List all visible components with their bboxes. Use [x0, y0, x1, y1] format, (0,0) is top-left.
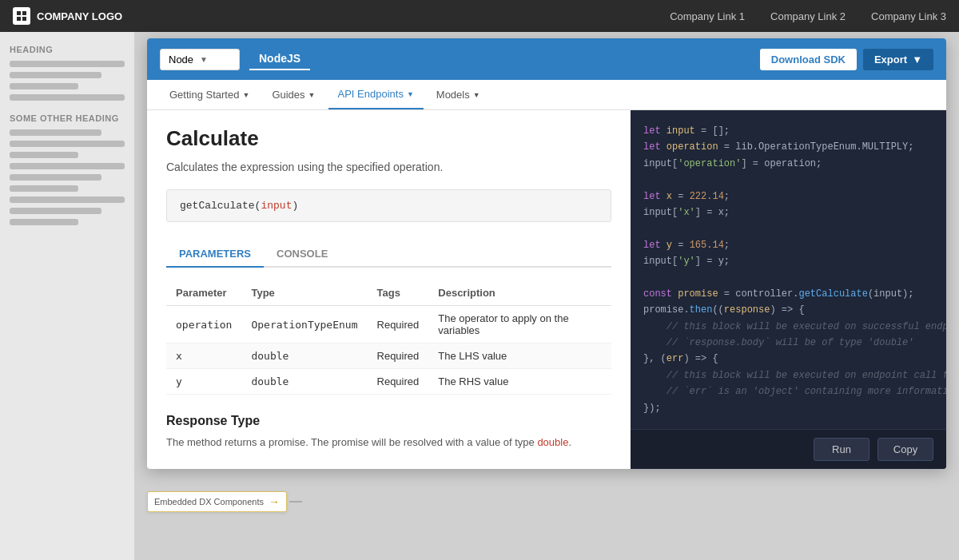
response-description: The method returns a promise. The promis… [166, 435, 611, 451]
sidebar-heading-1: HEADING [10, 45, 125, 54]
sidebar-line [10, 72, 101, 78]
page-title: Calculate [166, 126, 611, 151]
sidebar-line [10, 83, 78, 89]
arrow-icon: → [269, 495, 280, 508]
param-name-x: x [166, 344, 241, 369]
parameters-table: Parameter Type Tags Description operatio… [166, 280, 611, 395]
content-wrapper: Node ▼ NodeJS Download SDK Export ▼ Gett… [134, 32, 959, 560]
sidebar-line [10, 197, 125, 203]
response-section: Response Type The method returns a promi… [166, 414, 611, 451]
tab-console[interactable]: CONSOLE [264, 241, 340, 268]
nav-link-2[interactable]: Company Link 2 [770, 10, 846, 22]
param-tags-y: Required [368, 369, 429, 395]
sidebar-line [10, 152, 78, 158]
subnav-guides[interactable]: Guides ▼ [262, 80, 324, 109]
active-lang-tab[interactable]: NodeJS [249, 48, 310, 70]
param-desc-x: The LHS value [428, 344, 611, 369]
embedded-dx-label: Embedded DX Components → [147, 491, 287, 512]
code-line [643, 220, 933, 236]
sidebar-line [10, 185, 78, 192]
nav-link-3[interactable]: Company Link 3 [871, 10, 946, 22]
svg-rect-0 [17, 11, 21, 15]
doc-content: Calculate Calculates the expression usin… [147, 110, 631, 469]
company-logo-icon [13, 7, 30, 25]
svg-rect-2 [17, 17, 21, 21]
code-footer: Run Copy [631, 429, 946, 469]
download-sdk-button[interactable]: Download SDK [760, 49, 857, 70]
code-line [643, 270, 933, 286]
code-line: // this block will be executed on endpoi… [643, 367, 933, 383]
code-line: let operation = lib.OperationTypeEnum.MU… [643, 139, 933, 155]
param-type-x: double [241, 344, 367, 369]
copy-button[interactable]: Copy [877, 438, 933, 461]
code-line: // this block will be executed on succes… [643, 319, 933, 335]
embedded-dx-text: Embedded DX Components [154, 497, 264, 506]
nav-link-1[interactable]: Company Link 1 [670, 10, 745, 22]
tab-parameters[interactable]: PARAMETERS [166, 241, 264, 268]
selected-lang: Node [169, 54, 193, 66]
chevron-down-icon: ▼ [308, 91, 316, 99]
code-line: }); [643, 400, 933, 416]
language-selector[interactable]: Node ▼ [160, 49, 240, 70]
code-line: let input = []; [643, 123, 933, 139]
sidebar-line [10, 208, 101, 214]
header-actions: Download SDK Export ▼ [760, 49, 933, 70]
chevron-down-icon: ▼ [473, 91, 480, 99]
code-line: promise.then((response) => { [643, 302, 933, 318]
company-logo-text: COMPANY LOGO [37, 10, 122, 22]
parameter-tabs: PARAMETERS CONSOLE [166, 241, 611, 268]
sidebar-line [10, 219, 78, 225]
svg-rect-3 [22, 17, 26, 21]
param-tags-operation: Required [368, 306, 429, 344]
top-nav-links: Company Link 1 Company Link 2 Company Li… [670, 10, 946, 22]
chevron-down-icon: ▼ [912, 54, 922, 66]
param-type-y: double [241, 369, 367, 395]
sidebar-line [10, 61, 125, 67]
chevron-down-icon: ▼ [200, 55, 208, 64]
param-type-operation: OperationTypeEnum [241, 306, 367, 344]
code-line: input['operation'] = operation; [643, 156, 933, 172]
code-line: let y = 165.14; [643, 237, 933, 253]
table-row: y double Required The RHS value [166, 369, 611, 395]
code-line: // `err` is an 'object' containing more … [643, 383, 933, 399]
col-type: Type [241, 280, 367, 306]
chevron-down-icon: ▼ [242, 91, 249, 99]
code-line: const promise = controller.getCalculate(… [643, 286, 933, 302]
param-desc-y: The RHS value [428, 369, 611, 395]
doc-description: Calculates the expression using the spec… [166, 161, 611, 173]
doc-header: Node ▼ NodeJS Download SDK Export ▼ [147, 38, 946, 80]
export-button[interactable]: Export ▼ [863, 49, 933, 70]
code-line: input['y'] = y; [643, 253, 933, 269]
top-nav: COMPANY LOGO Company Link 1 Company Link… [0, 0, 959, 32]
col-description: Description [428, 280, 611, 306]
sidebar-line [10, 163, 125, 169]
sidebar: HEADING SOME OTHER HEADING [0, 32, 134, 560]
export-label: Export [874, 54, 907, 66]
sub-nav: Getting Started ▼ Guides ▼ API Endpoints… [147, 80, 946, 110]
code-content: let input = []; let operation = lib.Oper… [631, 110, 946, 429]
response-title: Response Type [166, 414, 611, 428]
run-button[interactable]: Run [814, 438, 869, 461]
sidebar-line [10, 129, 101, 136]
subnav-getting-started[interactable]: Getting Started ▼ [160, 80, 259, 109]
code-panel: let input = []; let operation = lib.Oper… [631, 110, 946, 469]
subnav-api-endpoints[interactable]: API Endpoints ▼ [328, 80, 424, 109]
param-name-operation: operation [166, 306, 241, 344]
doc-body: Calculate Calculates the expression usin… [147, 110, 946, 469]
param-name-y: y [166, 369, 241, 395]
main-layout: HEADING SOME OTHER HEADING Node ▼ NodeJS [0, 32, 959, 560]
code-signature: getCalculate(input) [166, 189, 611, 222]
param-tags-x: Required [368, 344, 429, 369]
sidebar-line [10, 94, 125, 101]
param-desc-operation: The operator to apply on the variables [428, 306, 611, 344]
code-line: let x = 222.14; [643, 189, 933, 205]
code-line: }, (err) => { [643, 351, 933, 367]
code-line: input['x'] = x; [643, 205, 933, 220]
sidebar-line [10, 141, 125, 147]
sidebar-line [10, 174, 101, 181]
svg-rect-1 [22, 11, 26, 15]
response-type: double [537, 436, 568, 448]
signature-param: input [261, 200, 292, 212]
chevron-down-icon: ▼ [407, 90, 414, 98]
subnav-models[interactable]: Models ▼ [427, 80, 490, 109]
